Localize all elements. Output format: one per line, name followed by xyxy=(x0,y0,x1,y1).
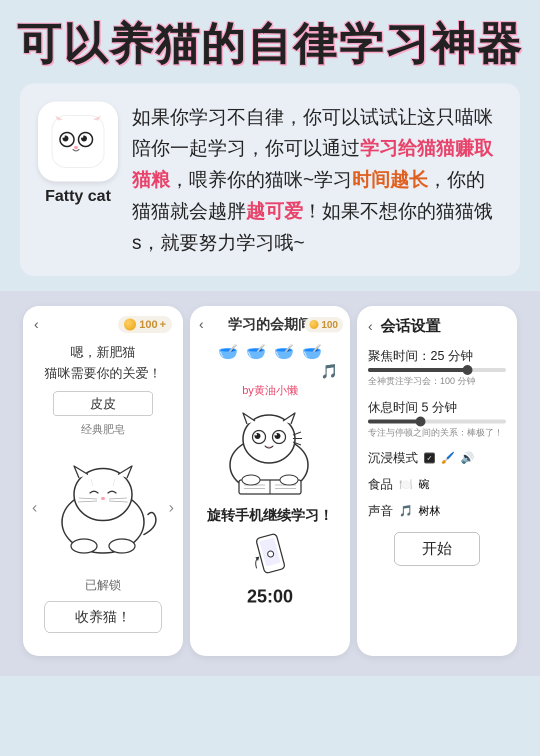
cat-drawing-area: ‹ xyxy=(23,442,183,572)
welcome-line2: 猫咪需要你的关爱！ xyxy=(28,363,178,384)
card2-title: 学习的会期间 xyxy=(228,315,312,334)
start-button[interactable]: 开始 xyxy=(394,532,480,566)
next-cat-button[interactable]: › xyxy=(164,498,178,516)
coin-count-2: 100 xyxy=(322,319,338,330)
card1-welcome-text: 嗯，新肥猫 猫咪需要你的关爱！ xyxy=(23,338,183,386)
sound-label: 声音 xyxy=(368,502,393,519)
svg-point-3 xyxy=(62,135,65,138)
focus-slider-track[interactable] xyxy=(368,368,506,372)
phone-tilt-svg xyxy=(252,533,288,578)
svg-point-34 xyxy=(242,475,260,485)
music-note-area: 🎵 xyxy=(190,363,350,381)
focus-slider-thumb[interactable] xyxy=(462,365,472,375)
rotate-message: 旋转手机继续学习！ xyxy=(190,502,350,529)
coin-icon-1 xyxy=(124,318,136,330)
cat-app-label: Fatty cat xyxy=(45,186,111,205)
food-bowl-4: 🥣 xyxy=(302,342,322,361)
card3-header: ‹ 会话设置 xyxy=(357,306,517,342)
card2-coin-badge: 100 xyxy=(304,317,343,332)
food-label: 食品 xyxy=(368,476,393,492)
food-bowl-1: 🥣 xyxy=(218,342,238,361)
coin-count-1: 100 xyxy=(139,318,158,331)
immersive-brush-icon[interactable]: 🖌️ xyxy=(441,452,454,464)
page-title: 可以养猫的自律学习神器 xyxy=(10,20,530,68)
coin-plus-1: + xyxy=(160,318,166,331)
card3-title: 会话设置 xyxy=(380,316,440,336)
unlocked-label: 已解锁 xyxy=(28,577,178,593)
intro-card: Fatty cat 如果你学习不自律，你可以试试让这只喵咪陪你一起学习，你可以通… xyxy=(20,84,520,276)
break-sub-label: 专注与停顿之间的关系：棒极了！ xyxy=(368,426,506,438)
phone-card-1: ‹ 100 + 嗯，新肥猫 猫咪需要你的关爱！ 经典肥皂 ‹ xyxy=(23,306,183,656)
focus-time-setting: 聚焦时间：25 分钟 全神贯注学习会：100 分钟 xyxy=(357,342,517,393)
food-bowl-icon[interactable]: 🍽️ xyxy=(399,478,412,491)
phone-card-3: ‹ 会话设置 聚焦时间：25 分钟 全神贯注学习会：100 分钟 休息时间 5 … xyxy=(357,306,517,656)
svg-point-16 xyxy=(109,539,135,553)
card1-header: ‹ 100 + xyxy=(23,306,183,338)
cat-face-svg xyxy=(48,112,108,172)
break-time-setting: 休息时间 5 分钟 专注与停顿之间的关系：棒极了！ xyxy=(357,393,517,444)
immersive-mode-row: 沉浸模式 ✓ 🖌️ 🔊 xyxy=(357,444,517,471)
food-item-label: 碗 xyxy=(418,477,430,492)
focus-time-label: 聚焦时间：25 分钟 xyxy=(368,348,506,364)
coin-icon-2 xyxy=(310,320,318,329)
food-bowl-3: 🥣 xyxy=(274,342,294,361)
chubby-cat-svg xyxy=(48,457,158,557)
immersive-checkbox[interactable]: ✓ xyxy=(424,452,435,464)
artist-credit: by黄油小懒 xyxy=(190,383,350,398)
cat-app-icon xyxy=(38,102,118,182)
coin-badge-1: 100 + xyxy=(118,316,172,333)
food-bowl-2: 🥣 xyxy=(246,342,266,361)
prev-cat-button[interactable]: ‹ xyxy=(28,498,42,516)
svg-point-24 xyxy=(275,434,277,436)
svg-point-7 xyxy=(74,146,78,149)
cat-illustration xyxy=(42,457,165,557)
phone-rotate-area xyxy=(190,529,350,582)
card1-footer: 已解锁 收养猫！ xyxy=(23,572,183,643)
focus-slider-fill xyxy=(368,368,468,372)
welcome-line1: 嗯，新肥猫 xyxy=(28,342,178,363)
break-slider-thumb[interactable] xyxy=(416,416,426,426)
cat-type-label: 经典肥皂 xyxy=(23,422,183,437)
card3-back-button[interactable]: ‹ xyxy=(368,318,372,334)
phone-cards-section: ‹ 100 + 嗯，新肥猫 猫咪需要你的关爱！ 经典肥皂 ‹ xyxy=(0,291,540,676)
card2-back-button[interactable]: ‹ xyxy=(199,316,204,332)
svg-point-15 xyxy=(71,539,97,553)
food-setting-row: 食品 🍽️ 碗 xyxy=(357,471,517,498)
phone-card-2: ‹ 学习的会期间 100 🥣 🥣 🥣 🥣 🎵 by黄油小懒 xyxy=(190,306,350,656)
timer-display: 25:00 xyxy=(190,582,350,617)
reading-cat-svg xyxy=(215,406,325,496)
card2-cat-area xyxy=(190,402,350,502)
break-time-label: 休息时间 5 分钟 xyxy=(368,399,506,416)
adopt-button[interactable]: 收养猫！ xyxy=(44,601,162,633)
cat-name-input[interactable] xyxy=(53,392,153,416)
cat-icon-area: Fatty cat xyxy=(38,102,118,205)
sound-setting-row: 声音 🎵 树林 xyxy=(357,498,517,524)
sound-item-label: 树林 xyxy=(418,504,440,518)
svg-point-35 xyxy=(280,475,298,485)
svg-point-21 xyxy=(255,434,257,436)
sound-note-icon[interactable]: 🎵 xyxy=(399,504,412,518)
break-slider-track[interactable] xyxy=(368,420,506,424)
card2-header: ‹ 学习的会期间 100 xyxy=(190,306,350,337)
intro-description: 如果你学习不自律，你可以试试让这只喵咪陪你一起学习，你可以通过学习给猫猫赚取猫粮… xyxy=(132,102,500,258)
immersive-volume-icon[interactable]: 🔊 xyxy=(460,452,474,464)
svg-point-6 xyxy=(81,135,84,138)
music-note-icon: 🎵 xyxy=(320,363,338,380)
break-slider-fill xyxy=(368,420,420,424)
food-bowls-row: 🥣 🥣 🥣 🥣 xyxy=(190,337,350,363)
immersive-label: 沉浸模式 xyxy=(368,450,418,466)
card1-back-button[interactable]: ‹ xyxy=(34,316,38,332)
total-study-label: 全神贯注学习会：100 分钟 xyxy=(368,375,506,387)
svg-point-10 xyxy=(101,497,105,500)
